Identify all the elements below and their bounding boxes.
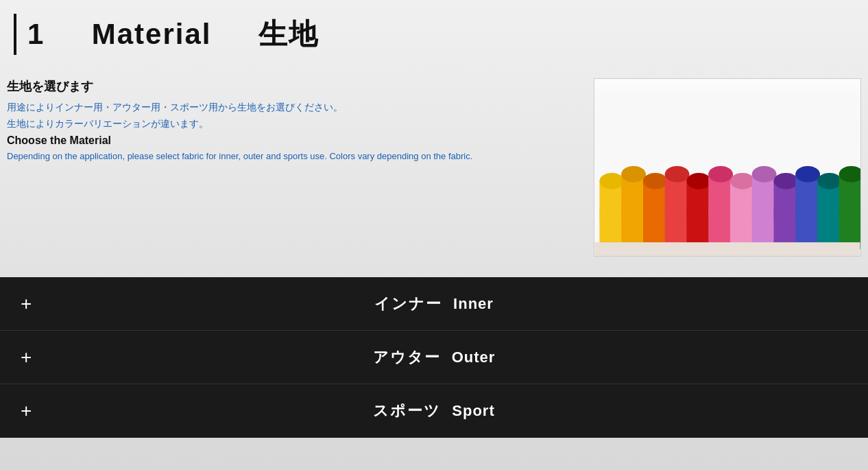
label-jp-inner: インナー [374,294,442,314]
choose-en: Choose the Material [7,134,569,147]
svg-point-30 [795,166,820,183]
svg-point-9 [643,173,668,189]
material-list: + インナー Inner + アウター Outer + スポーツ Sport [0,277,868,438]
svg-rect-38 [595,79,860,99]
svg-rect-14 [686,181,711,249]
svg-rect-20 [730,181,755,249]
label-jp-outer: アウター [373,347,441,368]
item-labels-sport: スポーツ Sport [373,401,494,421]
svg-point-21 [730,173,755,189]
svg-point-18 [708,166,733,183]
info-area: 生地を選びます 用途によりインナー用・アウター用・スポーツ用から生地をお選びくだ… [0,78,868,277]
material-item-inner[interactable]: + インナー Inner [0,277,868,331]
label-en-sport: Sport [452,402,494,420]
fabric-image [594,78,861,257]
desc-en: Depending on the application, please sel… [7,151,569,161]
material-item-outer[interactable]: + アウター Outer [0,331,868,384]
header-section: 1 Material 生地 [0,0,868,78]
title-accent [14,14,16,55]
material-item-sport[interactable]: + スポーツ Sport [0,384,868,438]
svg-point-24 [752,166,777,183]
title-jp: 生地 [258,18,319,50]
item-labels-inner: インナー Inner [374,294,494,314]
svg-point-3 [599,173,624,189]
svg-rect-32 [817,181,842,249]
item-labels-outer: アウター Outer [373,347,496,368]
plus-icon-inner: + [21,294,48,314]
text-content: 生地を選びます 用途によりインナー用・アウター用・スポーツ用から生地をお選びくだ… [7,78,569,161]
plus-icon-sport: + [21,401,48,421]
subtitle-jp: 生地を選びます [7,78,569,95]
svg-point-15 [686,173,711,189]
plus-icon-outer: + [21,348,48,367]
svg-rect-11 [665,174,690,249]
svg-point-27 [773,173,798,189]
svg-rect-37 [595,242,860,256]
title-en: Material [92,18,212,50]
label-en-inner: Inner [453,295,494,313]
page-title: 1 Material 生地 [27,15,319,54]
page-container: 1 Material 生地 生地を選びます 用途によりインナー用・アウター用・ス… [0,0,868,470]
svg-rect-8 [643,181,668,249]
title-bar: 1 Material 生地 [14,14,847,55]
svg-rect-23 [752,174,777,249]
svg-rect-26 [773,181,798,249]
desc-jp-1: 用途によりインナー用・アウター用・スポーツ用から生地をお選びください。 [7,102,569,114]
title-number: 1 [27,18,45,50]
svg-rect-2 [599,181,624,249]
desc-jp-2: 生地によりカラーバリエーションが違います。 [7,118,569,130]
svg-point-12 [665,166,690,183]
svg-point-33 [817,173,842,189]
svg-rect-29 [795,174,820,249]
svg-rect-35 [839,174,860,249]
label-en-outer: Outer [452,349,496,366]
svg-rect-5 [621,174,646,249]
svg-rect-17 [708,174,733,249]
label-jp-sport: スポーツ [373,401,441,421]
svg-point-6 [621,166,646,183]
